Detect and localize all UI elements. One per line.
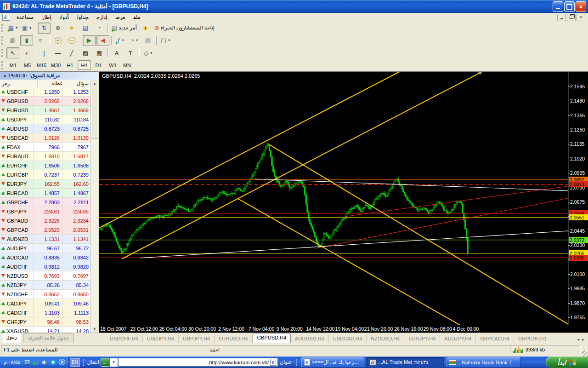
volume-icon[interactable]: [41, 360, 48, 365]
task-mt4[interactable]: ٩٢٤٣٤: AL Trade Met...: [366, 357, 444, 368]
menu-item-جداول[interactable]: جداول: [73, 13, 93, 21]
market-watch-row-CADCHF[interactable]: CADCHF1.11031.1113: [0, 308, 91, 317]
minimize-button[interactable]: [553, 1, 563, 12]
candlestick-chart-button[interactable]: ▮: [20, 35, 33, 46]
task-bank[interactable]: Bahraini Saudi Bank T...: [446, 357, 520, 368]
timeframe-M1[interactable]: M1: [6, 60, 20, 70]
menu-item-إدارج[interactable]: إدارج: [92, 13, 111, 21]
column-ask[interactable]: سؤال: [65, 80, 91, 87]
market-watch-row-EURCAD[interactable]: EURCAD1.48571.4867: [0, 189, 91, 198]
close-button[interactable]: ×: [576, 1, 586, 12]
fibonacci-button[interactable]: ▦F: [93, 47, 106, 58]
deskband-grip[interactable]: [83, 359, 85, 366]
timeframe-W1[interactable]: W1: [106, 60, 119, 70]
chart-shift-button[interactable]: ◀: [96, 35, 109, 46]
chart-tab-EURJPY-H4[interactable]: EURJPY,H4: [404, 334, 440, 343]
market-watch-close-icon[interactable]: ×: [1, 72, 8, 79]
chart-tab-GBPJPY-H4[interactable]: GBPJPY,H4: [179, 334, 215, 343]
market-watch-row-EURUSD[interactable]: EURUSD1.46671.4669: [0, 106, 91, 115]
market-watch-tab-symbols[interactable]: رموز: [2, 333, 22, 343]
market-watch-row-CADJPY[interactable]: CADJPY109.41109.46: [0, 299, 91, 308]
chart-tab-NZDUSD-H4[interactable]: NZDUSD,H4: [367, 334, 404, 343]
indicators-button[interactable]: ƒ+▾: [114, 35, 127, 46]
hidden-icons-chevron-icon[interactable]: [59, 360, 65, 365]
menu-item-إطار[interactable]: إطار: [38, 13, 56, 21]
scroll-down-icon[interactable]: ▼: [91, 325, 98, 333]
maximize-button[interactable]: [564, 1, 575, 12]
new-order-button[interactable]: ▤+أمر جديد: [110, 23, 138, 34]
column-symbol[interactable]: رمز: [0, 80, 38, 87]
resize-grip[interactable]: [582, 351, 588, 356]
address-input[interactable]: http://www.karrum.com.vb/ e: [118, 358, 278, 367]
tile-windows-button[interactable]: ▢▾: [159, 35, 172, 46]
network-signal-icon[interactable]: [33, 360, 39, 365]
chart-tab-USDJPY-H4[interactable]: USDJPY,H4: [143, 334, 179, 343]
market-watch-row-CHFJPY[interactable]: CHFJPY98.4898.53: [0, 317, 91, 327]
toolbar-grip[interactable]: [1, 61, 4, 69]
menu-item-أدوات[interactable]: أدوات: [56, 13, 73, 21]
price-axis[interactable]: 2.15952.14802.13652.12502.11352.10202.09…: [568, 72, 588, 325]
vertical-line-button[interactable]: |: [38, 47, 51, 58]
market-watch-button[interactable]: ⇅: [38, 23, 51, 34]
market-watch-row-XAGUSD[interactable]: XAGUSD14.2114.28: [0, 327, 91, 333]
chart-tab-AUDJPY-H4[interactable]: AUDJPY,H4: [440, 334, 476, 343]
chart-tab-AUDUSD-H4[interactable]: AUDUSD,H4: [291, 334, 329, 343]
market-watch-row-GBPUSD[interactable]: GBPUSD2.02652.0268: [0, 97, 91, 106]
market-watch-row-AUDJPY[interactable]: AUDJPY96.6796.72: [0, 244, 91, 253]
display-icon[interactable]: [24, 360, 30, 365]
market-watch-row-AUDUSD[interactable]: AUDUSD0.87230.8725: [0, 124, 91, 133]
deskband-grip[interactable]: [296, 359, 298, 366]
scroll-up-icon[interactable]: ▲: [91, 80, 98, 87]
toolbar-grip[interactable]: [1, 49, 4, 57]
timeframe-H4[interactable]: H4: [78, 60, 91, 70]
timeframe-D1[interactable]: D1: [92, 60, 105, 70]
channel-button[interactable]: ▨E: [79, 47, 92, 58]
address-dropdown-icon[interactable]: ▼: [109, 358, 118, 367]
zoom-in-button[interactable]: +: [51, 35, 64, 46]
scrollbar-thumb[interactable]: [91, 87, 98, 138]
terminal-button[interactable]: ▤: [79, 23, 92, 34]
child-restore-button[interactable]: [567, 14, 576, 21]
dropdown-caret-icon[interactable]: ▾: [29, 26, 31, 30]
dropdown-caret-icon[interactable]: ▾: [150, 51, 152, 55]
language-bar[interactable]: EN: [70, 358, 80, 367]
market-watch-row-GBPCHF[interactable]: GBPCHF2.28032.2811: [0, 198, 91, 207]
tabs-scroll-right-icon[interactable]: ▸: [581, 337, 585, 342]
chart-tab-USDCHF-H4[interactable]: USDCHF,H4: [106, 334, 143, 343]
market-watch-row-USDCHF[interactable]: USDCHF1.12501.1253: [0, 87, 91, 97]
menu-item-مساعدة[interactable]: مساعدة: [12, 13, 38, 21]
child-close-button[interactable]: ×: [577, 14, 585, 21]
child-minimize-button[interactable]: [557, 14, 566, 21]
market-watch-scrollbar[interactable]: ▲ ▼: [90, 80, 98, 333]
templates-button[interactable]: ▧: [141, 35, 154, 46]
market-watch-row-EURJPY[interactable]: EURJPY162.55162.60: [0, 179, 91, 189]
market-watch-row-NZDCHF[interactable]: NZDCHF0.86520.8660: [0, 290, 91, 299]
menu-item-عرض[interactable]: عرض: [112, 13, 130, 21]
trend-line-button[interactable]: ╱: [65, 47, 78, 58]
expert-advisors-button[interactable]: ⊘إتاحة المستشارون الخبراء: [153, 23, 216, 34]
timeframe-H1[interactable]: H1: [63, 60, 77, 70]
time-axis[interactable]: 18 Oct 200723 Oct 12:0026 Oct 04:0030 Oc…: [99, 325, 588, 333]
timeframe-M30[interactable]: M30: [49, 60, 62, 70]
child-window-icon[interactable]: [2, 14, 10, 21]
dropdown-caret-icon[interactable]: ▾: [16, 26, 17, 30]
market-watch-row-AUDCHF[interactable]: AUDCHF0.98120.9820: [0, 262, 91, 271]
text-label-button[interactable]: T: [124, 47, 137, 58]
market-watch-row-USDCAD[interactable]: USDCAD1.01261.0130: [0, 133, 91, 143]
start-button[interactable]: ابدأ: [546, 356, 588, 368]
profiles-button[interactable]: ▣▾: [20, 23, 33, 34]
market-watch-row-AUDCAD[interactable]: AUDCAD0.88350.8842: [0, 253, 91, 262]
data-window-button[interactable]: ⊕: [51, 23, 64, 34]
toolbar-grip[interactable]: [1, 24, 4, 32]
market-watch-row-USDJPY[interactable]: USDJPY110.82110.84: [0, 115, 91, 124]
line-chart-button[interactable]: ≈: [34, 35, 47, 46]
timeframe-M5[interactable]: M5: [21, 60, 34, 70]
chart-tab-GBPCHF-H1[interactable]: GBPCHF,H1: [514, 334, 551, 343]
periods-button[interactable]: ◔▾: [128, 35, 141, 46]
crosshair-button[interactable]: +: [20, 47, 33, 58]
tabs-scroll-left-icon[interactable]: ◂: [576, 337, 580, 342]
column-bid[interactable]: عطاء: [38, 80, 65, 87]
market-watch-row-FDAX[interactable]: FDAX79667967: [0, 143, 91, 152]
dropdown-caret-icon[interactable]: ▾: [168, 38, 170, 42]
market-watch-row-EURGBP[interactable]: EURGBP0.72370.7239: [0, 170, 91, 179]
